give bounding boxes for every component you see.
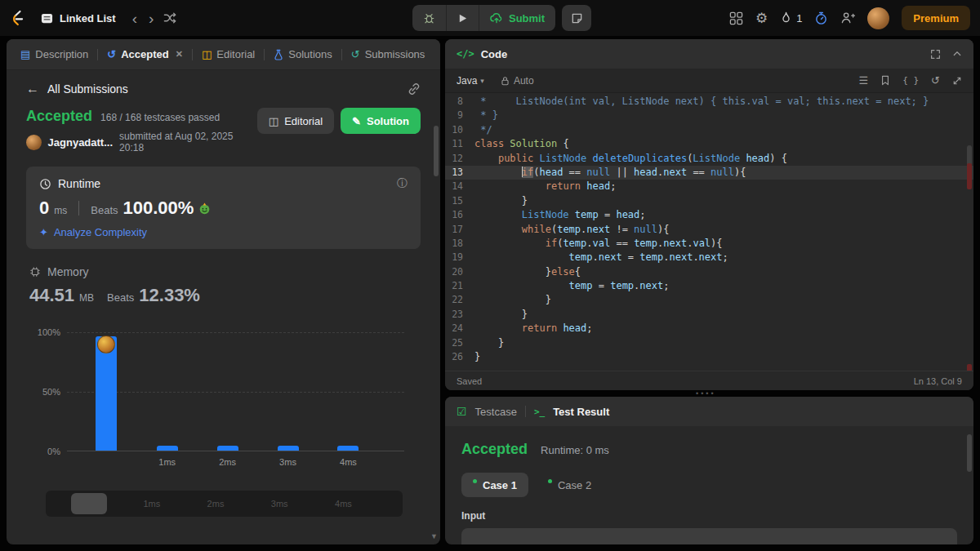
prev-question-button[interactable]: ‹ xyxy=(131,11,139,26)
editorial-button[interactable]: ◫ Editorial xyxy=(257,108,334,134)
collapse-panel-icon[interactable] xyxy=(952,49,962,59)
tab-solutions[interactable]: Solutions xyxy=(268,45,337,64)
panel-drag-handle[interactable]: •••• xyxy=(696,389,716,398)
chart-x-label: 4ms xyxy=(340,457,357,467)
input-box[interactable] xyxy=(461,528,957,544)
reset-code-icon[interactable]: ↺ xyxy=(931,74,940,87)
slider-label: 3ms xyxy=(271,499,288,509)
autocomplete-toggle[interactable]: Auto xyxy=(501,75,534,87)
user-avatar[interactable] xyxy=(867,7,889,29)
submission-username[interactable]: Jagnyadatt... xyxy=(48,136,113,149)
result-summary: Accepted 168 / 168 testcases passed Jagn… xyxy=(26,108,257,153)
run-group: Submit xyxy=(412,5,555,31)
bookmark-icon[interactable] xyxy=(880,75,890,86)
scroll-down-icon[interactable]: ▼ xyxy=(430,532,438,540)
chart-bar[interactable] xyxy=(337,446,359,451)
add-user-icon[interactable] xyxy=(840,11,855,24)
next-question-button[interactable]: › xyxy=(147,11,155,26)
memory-section[interactable]: Memory 44.51 MB Beats 12.33% xyxy=(26,265,421,306)
all-submissions-link[interactable]: ← All Submissions xyxy=(26,82,128,96)
notes-button[interactable] xyxy=(562,5,591,31)
code-line[interactable]: 20 }else{ xyxy=(445,265,973,279)
code-line[interactable]: 19 temp.next = temp.next.next; xyxy=(445,251,973,264)
tab-submissions[interactable]: ↺ Submissions xyxy=(345,45,431,64)
left-scrollbar-thumb[interactable] xyxy=(434,126,439,176)
code-line[interactable]: 25 } xyxy=(445,336,973,350)
y-axis-label: 0% xyxy=(47,447,60,456)
code-line[interactable]: 11class Solution { xyxy=(445,137,973,151)
braces-icon[interactable]: { } xyxy=(902,75,919,86)
analyze-complexity-link[interactable]: ✦ Analyze Complexity xyxy=(39,226,408,238)
solution-button[interactable]: ✎ Solution xyxy=(341,108,421,134)
submission-detail: ← All Submissions Accepted 168 / 168 tes… xyxy=(7,70,440,544)
maximize-icon[interactable] xyxy=(930,49,941,60)
topbar-center: Submit xyxy=(412,5,591,31)
slider-handle[interactable] xyxy=(71,493,107,514)
format-code-icon[interactable]: ☰ xyxy=(859,74,869,87)
tab-accepted[interactable]: ↺ Accepted ✕ xyxy=(101,45,189,64)
info-icon[interactable]: ⓘ xyxy=(397,176,408,191)
code-line[interactable]: 13 if(head == null || head.next == null)… xyxy=(445,166,973,180)
timer-icon[interactable] xyxy=(814,11,828,25)
code-line[interactable]: 16 ListNode temp = head; xyxy=(445,208,973,222)
input-label: Input xyxy=(461,510,957,522)
test-scrollbar-thumb[interactable] xyxy=(967,434,972,472)
test-result-content: Accepted Runtime: 0 ms Case 1 Case 2 Inp… xyxy=(445,426,973,544)
case-1-chip[interactable]: Case 1 xyxy=(461,473,528,497)
code-line[interactable]: 18 if(temp.val == temp.next.val){ xyxy=(445,237,973,251)
case-2-chip[interactable]: Case 2 xyxy=(537,473,603,497)
tab-separator xyxy=(264,49,265,60)
line-number: 11 xyxy=(445,137,474,151)
code-line[interactable]: 24 return head; xyxy=(445,322,973,335)
submit-button[interactable]: Submit xyxy=(479,5,555,31)
line-number: 10 xyxy=(445,123,474,137)
code-line[interactable]: 8 * ListNode(int val, ListNode next) { t… xyxy=(445,95,973,109)
language-selector[interactable]: Java ▾ xyxy=(457,75,484,87)
line-number: 15 xyxy=(445,194,474,208)
tab-testcase[interactable]: Testcase xyxy=(475,406,517,418)
close-tab-icon[interactable]: ✕ xyxy=(176,49,183,60)
editorial-book-icon: ◫ xyxy=(202,49,212,60)
shuffle-icon[interactable] xyxy=(163,11,176,24)
chart-bar[interactable] xyxy=(157,446,178,451)
code-line[interactable]: 15 } xyxy=(445,194,973,208)
code-line[interactable]: 23 } xyxy=(445,308,973,322)
leetcode-logo-icon[interactable] xyxy=(8,9,26,27)
premium-button[interactable]: Premium xyxy=(902,6,970,30)
code-line[interactable]: 17 while(temp.next != null){ xyxy=(445,223,973,237)
code-line[interactable]: 21 temp = temp.next; xyxy=(445,279,973,293)
editor-statusbar: Saved Ln 13, Col 9 xyxy=(445,371,973,390)
submit-label: Submit xyxy=(509,12,545,24)
test-panel: ☑ Testcase >_ Test Result Accepted Runti… xyxy=(445,397,973,544)
layout-grid-icon[interactable] xyxy=(729,11,743,25)
code-editor[interactable]: 8 * ListNode(int val, ListNode next) { t… xyxy=(445,93,973,371)
code-line[interactable]: 14 return head; xyxy=(445,180,973,193)
runtime-card[interactable]: Runtime ⓘ 0 ms Beats 100.00% xyxy=(26,167,421,249)
tab-separator xyxy=(192,49,193,60)
chart-bar[interactable] xyxy=(278,446,299,451)
settings-gear-icon[interactable]: ⚙ xyxy=(755,10,768,27)
daily-streak-button[interactable]: 1 xyxy=(780,11,802,24)
line-number: 8 xyxy=(445,95,474,109)
tab-separator xyxy=(341,49,342,60)
tab-test-result[interactable]: Test Result xyxy=(553,406,609,418)
submissions-history-icon: ↺ xyxy=(351,49,360,60)
code-line[interactable]: 9 * } xyxy=(445,109,973,122)
range-slider[interactable]: 1ms2ms3ms4ms xyxy=(46,491,403,517)
tab-editorial[interactable]: ◫ Editorial xyxy=(196,45,261,64)
debugger-button[interactable] xyxy=(412,5,446,31)
result-status: Accepted xyxy=(26,108,92,125)
streak-count: 1 xyxy=(796,12,802,24)
chart-bar[interactable] xyxy=(96,336,117,451)
code-line[interactable]: 22 } xyxy=(445,293,973,307)
code-line[interactable]: 10 */ xyxy=(445,123,973,137)
problem-list-button[interactable]: Linked List xyxy=(34,8,122,29)
expand-editor-icon[interactable] xyxy=(952,76,962,86)
cursor-position[interactable]: Ln 13, Col 9 xyxy=(914,376,962,386)
copy-link-icon[interactable] xyxy=(408,82,421,96)
tab-description[interactable]: ▤ Description xyxy=(15,45,94,64)
run-button[interactable] xyxy=(446,5,479,31)
chart-bar[interactable] xyxy=(217,446,238,451)
code-line[interactable]: 26} xyxy=(445,350,973,364)
code-line[interactable]: 12 public ListNode deleteDuplicates(List… xyxy=(445,152,973,166)
